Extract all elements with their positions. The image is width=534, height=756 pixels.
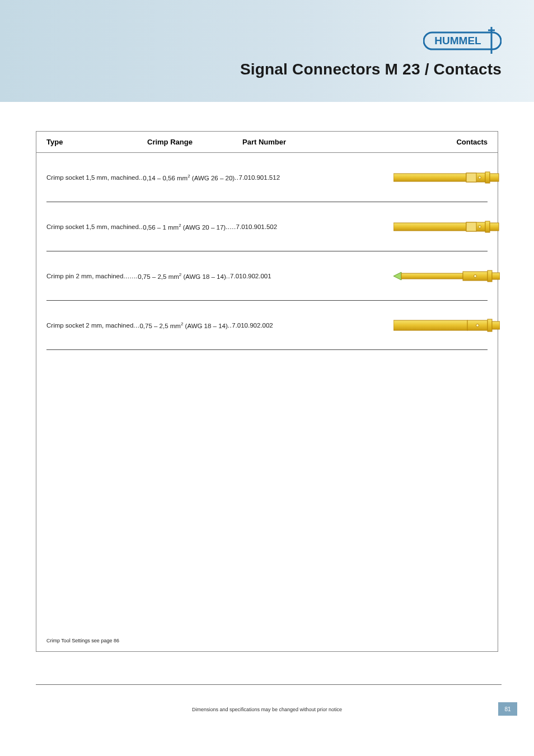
cell-type: Crimp socket 1,5 mm, machined — [46, 174, 139, 181]
footer-divider — [36, 684, 502, 685]
svg-rect-25 — [492, 321, 500, 329]
leader-dots: .. — [139, 174, 143, 181]
cell-part-number: 7.010.902.002 — [232, 322, 273, 329]
footer-text: Dimensions and specifications may be cha… — [0, 707, 534, 712]
svg-point-23 — [476, 324, 479, 326]
cell-crimp-range: 0,14 – 0,56 mm2 (AWG 26 – 20) — [143, 174, 235, 181]
table-row: Crimp socket 1,5 mm, machined..0,56 – 1 … — [46, 202, 488, 251]
cell-crimp-range: 0,75 – 2,5 mm2 (AWG 18 – 14) — [138, 272, 226, 280]
svg-rect-14 — [490, 223, 499, 231]
cell-part-number: 7.010.901.512 — [239, 174, 280, 181]
col-header-contacts: Contacts — [426, 138, 488, 146]
cell-type: Crimp socket 1,5 mm, machined — [46, 223, 139, 230]
table-row: Crimp socket 2 mm, machined ...0,75 – 2,… — [46, 301, 488, 350]
svg-rect-8 — [490, 174, 499, 181]
cell-part-number: 7.010.901.502 — [236, 223, 278, 230]
row-text: Crimp pin 2 mm, machined .......0,75 – 2… — [46, 272, 394, 280]
contact-illustration — [394, 219, 501, 235]
cell-crimp-range: 0,56 – 1 mm2 (AWG 20 – 17) — [143, 223, 226, 231]
svg-rect-13 — [485, 221, 490, 232]
svg-rect-19 — [488, 270, 492, 282]
row-text: Crimp socket 1,5 mm, machined..0,14 – 0,… — [46, 174, 394, 181]
cell-crimp-range: 0,75 – 2,5 mm2 (AWG 18 – 14) — [139, 321, 227, 329]
svg-rect-3 — [394, 174, 466, 181]
svg-marker-15 — [394, 272, 401, 280]
col-header-part-number: Part Number — [242, 138, 338, 146]
row-text: Crimp socket 1,5 mm, machined..0,56 – 1 … — [46, 223, 394, 231]
svg-point-12 — [479, 225, 481, 228]
table-header-row: Type Crimp Range Part Number Contacts — [36, 132, 498, 153]
leader-dots: .. — [226, 273, 230, 279]
svg-rect-5 — [466, 173, 476, 182]
svg-point-6 — [479, 176, 481, 179]
leader-dots: ..... — [226, 223, 236, 230]
cell-type: Crimp pin 2 mm, machined — [46, 273, 123, 279]
page-number: 81 — [498, 702, 517, 716]
table-body: Crimp socket 1,5 mm, machined..0,14 – 0,… — [36, 153, 498, 350]
svg-rect-21 — [394, 320, 467, 330]
svg-rect-20 — [492, 273, 500, 279]
table-row: Crimp socket 1,5 mm, machined..0,14 – 0,… — [46, 153, 488, 202]
page: HUMMEL Signal Connectors M 23 / Contacts… — [0, 0, 534, 756]
col-header-type: Type — [46, 138, 147, 146]
contact-illustration — [394, 268, 501, 284]
leader-dots: ....... — [123, 273, 138, 279]
svg-rect-7 — [485, 172, 490, 183]
col-header-crimp-range: Crimp Range — [147, 138, 242, 146]
brand-logo: HUMMEL — [423, 26, 502, 57]
svg-point-18 — [474, 274, 477, 277]
leader-dots: .. — [235, 174, 238, 181]
footnote: Crimp Tool Settings see page 86 — [46, 638, 119, 643]
svg-rect-16 — [401, 273, 463, 279]
leader-dots: .. — [228, 322, 232, 329]
cell-part-number: 7.010.902.001 — [230, 273, 271, 279]
contact-illustration — [394, 170, 501, 185]
svg-rect-24 — [488, 319, 492, 332]
row-text: Crimp socket 2 mm, machined ...0,75 – 2,… — [46, 321, 394, 329]
page-title: Signal Connectors M 23 / Contacts — [240, 60, 502, 78]
svg-rect-9 — [394, 223, 466, 231]
table-row: Crimp pin 2 mm, machined .......0,75 – 2… — [46, 251, 488, 301]
brand-text: HUMMEL — [434, 35, 481, 46]
leader-dots: ... — [133, 322, 139, 329]
contact-illustration — [394, 317, 501, 334]
content-table: Type Crimp Range Part Number Contacts Cr… — [36, 131, 498, 652]
leader-dots: .. — [139, 223, 143, 230]
cell-type: Crimp socket 2 mm, machined — [46, 322, 133, 329]
svg-rect-11 — [466, 222, 476, 231]
